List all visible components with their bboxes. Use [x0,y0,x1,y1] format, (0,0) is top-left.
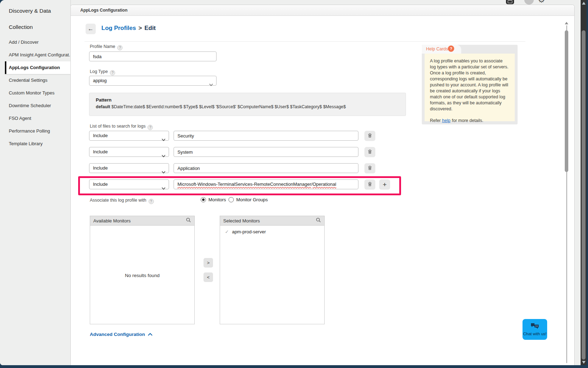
help-badge-icon[interactable]: ? [448,45,454,52]
check-icon: ✓ [225,229,229,234]
delete-row-button[interactable] [364,147,375,157]
log-type-select[interactable]: applog [89,76,217,86]
selected-monitors-list[interactable]: ✓ apm-prod-server [220,226,325,324]
breadcrumb: Log Profiles>Edit [101,25,156,32]
log-type-label-text: Log Type [90,69,108,74]
breadcrumb-log-profiles-link[interactable]: Log Profiles [101,25,136,31]
radio-monitors-label: Monitors [208,197,226,202]
chevron-down-icon [162,167,165,177]
selected-monitors-header: Selected Monitors [220,216,325,226]
advanced-configuration-label: Advanced Configuration [90,332,145,337]
help-link[interactable]: help [442,118,451,123]
file-path-segment: Operational [313,182,336,187]
refer-suffix: for more details. [452,118,483,123]
file-mode-value: Include [93,133,108,138]
file-mode-select[interactable]: Include [89,179,169,189]
profile-name-label: Profile Name? [90,44,123,50]
trash-icon [367,133,373,139]
help-icon[interactable]: ? [149,199,154,204]
add-row-button[interactable]: + [379,179,390,190]
file-path-input[interactable] [174,163,358,173]
scroll-down-arrow[interactable] [582,361,586,364]
file-path-input[interactable] [174,131,358,141]
radio-monitors[interactable]: Monitors [201,197,226,202]
advanced-configuration-toggle[interactable]: Advanced Configuration [90,332,152,337]
delete-row-button[interactable] [364,131,375,141]
file-mode-select[interactable]: Include [89,163,169,173]
monitor-name: apm-prod-server [232,229,266,234]
plus-icon: + [383,179,387,190]
chevron-down-icon [162,135,165,144]
chevron-up-icon [148,332,152,337]
profile-name-input[interactable] [89,51,217,61]
available-monitors-header: Available Monitors [90,216,195,226]
search-icon[interactable] [186,217,191,224]
help-icon[interactable]: ? [148,125,153,130]
log-type-label: Log Type? [90,69,115,75]
delete-row-button[interactable] [364,163,375,173]
profile-name-label-text: Profile Name [90,44,115,49]
files-label: List of files to search for logs? [90,124,153,130]
log-type-value: applog [93,78,107,83]
search-icon[interactable] [316,217,321,224]
help-icon[interactable]: ? [110,70,115,75]
pattern-name: default [96,104,110,109]
settings-gear-icon[interactable]: ⚙ [538,0,545,5]
file-path-input[interactable]: Microsoft-Windows-TerminalServices-Remot… [174,179,358,189]
file-mode-select[interactable]: Include [89,147,169,157]
empty-state-text: No results found [90,273,194,278]
file-mode-value: Include [93,165,108,171]
breadcrumb-current: Edit [144,25,156,31]
help-icon[interactable]: ? [117,45,123,50]
help-card-body: A log profile enables you to associate l… [430,58,509,112]
breadcrumb-separator: > [138,25,142,31]
chevron-down-icon [162,184,165,193]
radio-icon-selected [201,197,206,202]
app-window: Discovery & Data Collection Add / Discov… [0,0,587,365]
refer-prefix: Refer [430,118,441,123]
screen: Discovery & Data Collection Add / Discov… [0,0,588,368]
files-label-text: List of files to search for logs [90,124,145,129]
avatar[interactable] [524,0,534,5]
chevron-down-icon [162,151,165,160]
content-scrollbar-thumb[interactable] [565,30,568,172]
chat-with-us-button[interactable]: Chat with us! [523,319,547,340]
selected-monitors-panel: Selected Monitors ✓ apm-prod-server [220,216,325,324]
available-monitors-panel: Available Monitors No results found [90,216,195,324]
list-item[interactable]: ✓ apm-prod-server [220,226,324,234]
help-card: A log profile enables you to associate l… [425,54,515,121]
radio-monitor-groups[interactable]: Monitor Groups [229,197,268,202]
scroll-up-arrow[interactable] [582,2,586,5]
pattern-value: $DateTime:date$ $EventId:number$ $Type$ … [111,104,346,109]
file-path-input[interactable] [174,147,358,157]
section-divider [85,41,525,42]
associate-label-text: Associate this log profile with [90,198,146,203]
chat-bubbles-icon [531,323,539,331]
chat-label: Chat with us! [523,332,546,336]
chevron-down-icon [209,80,213,89]
browser-scrollbar-thumb[interactable] [582,30,586,360]
trash-icon [367,182,373,188]
help-cards-tab[interactable]: Help Cards [422,45,461,54]
selected-monitors-title: Selected Monitors [223,218,260,223]
radio-icon-unselected [229,197,234,202]
available-monitors-list[interactable]: No results found [90,226,195,324]
screen-share-icon[interactable] [506,0,514,4]
file-path-segment: Microsoft-Windows-TerminalServices-Remot… [177,182,311,187]
file-mode-value: Include [93,149,108,154]
trash-icon [367,165,373,172]
move-left-button[interactable]: < [204,272,213,282]
pattern-line: default $DateTime:date$ $EventId:number$… [96,104,399,109]
trash-icon [367,149,373,155]
move-right-button[interactable]: > [204,258,213,268]
associate-label: Associate this log profile with? [90,198,154,204]
delete-row-button[interactable] [364,179,375,190]
radio-monitor-groups-label: Monitor Groups [236,197,268,202]
pattern-box: Pattern default $DateTime:date$ $EventId… [89,93,406,116]
back-button[interactable]: ← [86,24,96,34]
file-mode-value: Include [93,182,108,187]
content-scroll-up-arrow[interactable] [565,22,568,24]
file-mode-select[interactable]: Include [89,131,169,141]
available-monitors-title: Available Monitors [93,218,131,223]
help-card-refer-line: Referhelpfor more details. [430,118,509,124]
